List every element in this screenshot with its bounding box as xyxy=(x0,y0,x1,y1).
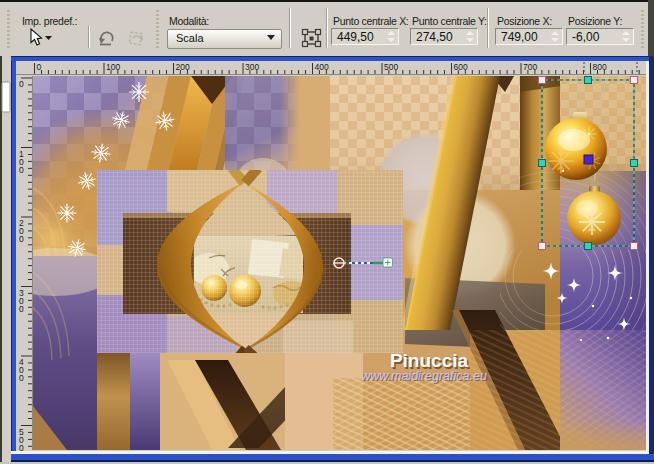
svg-text:0: 0 xyxy=(19,373,24,383)
svg-text:600: 600 xyxy=(454,62,468,72)
svg-text:0: 0 xyxy=(37,62,42,72)
svg-text:400: 400 xyxy=(315,62,329,72)
svg-text:200: 200 xyxy=(176,62,190,72)
svg-text:0: 0 xyxy=(19,304,24,314)
svg-text:0: 0 xyxy=(19,443,24,453)
svg-text:800: 800 xyxy=(593,62,607,72)
svg-text:0: 0 xyxy=(19,234,24,244)
svg-text:0: 0 xyxy=(19,79,24,89)
svg-text:Pinuccia: Pinuccia xyxy=(390,350,469,371)
svg-text:0: 0 xyxy=(19,165,24,175)
svg-text:300: 300 xyxy=(245,62,259,72)
svg-text:www.maidiregrafica.eu: www.maidiregrafica.eu xyxy=(361,369,487,383)
svg-text:500: 500 xyxy=(384,62,398,72)
svg-text:100: 100 xyxy=(106,62,120,72)
svg-text:700: 700 xyxy=(523,62,537,72)
